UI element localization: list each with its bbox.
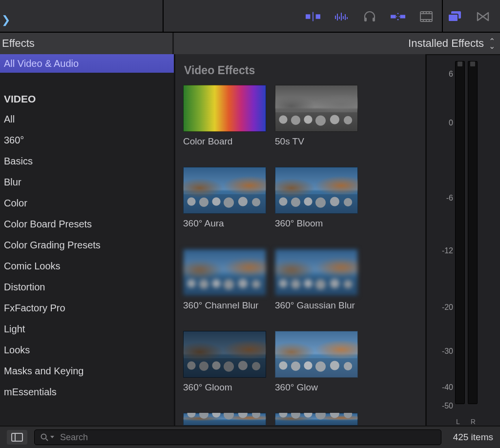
svg-rect-9 — [347, 17, 348, 19]
search-icon — [41, 433, 54, 441]
footer-bar: 425 items — [0, 426, 500, 448]
effect-thumbnail — [275, 413, 358, 426]
svg-rect-8 — [345, 14, 346, 20]
effect-tile[interactable]: 360° Bloom — [275, 167, 358, 241]
svg-rect-28 — [448, 14, 458, 21]
db-tick: -40 — [429, 383, 453, 392]
panel-title: Effects — [0, 33, 174, 54]
sidebar-item[interactable]: Basics — [0, 151, 174, 172]
audio-levels-icon[interactable] — [334, 9, 349, 24]
svg-rect-29 — [12, 433, 22, 441]
effect-thumbnail — [275, 167, 358, 214]
sidebar-group-video: VIDEO — [0, 89, 174, 109]
svg-point-17 — [399, 16, 400, 17]
sidebar-item[interactable]: Comic Looks — [0, 256, 174, 277]
svg-rect-6 — [341, 13, 342, 20]
svg-rect-3 — [335, 16, 336, 19]
sidebar-item[interactable]: Blur — [0, 172, 174, 193]
effect-label: 360° Gaussian Blur — [275, 300, 358, 323]
back-chevron-icon[interactable]: ❯ — [1, 15, 10, 25]
meter-label-left: L — [456, 418, 460, 426]
svg-rect-0 — [306, 14, 310, 19]
effect-thumbnail — [275, 249, 358, 296]
db-tick: -6 — [429, 194, 453, 203]
audio-meter-panel: 60-6-12-20-30-40-50-∞ L R — [425, 54, 500, 427]
db-tick: 0 — [429, 119, 453, 127]
svg-rect-11 — [373, 18, 375, 21]
effect-tile[interactable]: 360° Gloom — [183, 331, 266, 405]
effect-tile[interactable]: 360° Gaussian Blur — [275, 249, 358, 323]
effect-thumbnail — [183, 85, 266, 132]
effect-tile[interactable]: 50s TV — [275, 85, 358, 159]
db-tick: -20 — [429, 303, 453, 312]
toolbar-icon-group — [306, 7, 490, 26]
meter-bar-left — [455, 61, 465, 404]
db-tick: -30 — [429, 347, 453, 356]
panel-header: Effects Installed Effects ⌃⌄ — [0, 33, 500, 54]
svg-point-31 — [42, 434, 46, 439]
svg-rect-5 — [339, 17, 340, 19]
effect-tile[interactable]: Color Board — [183, 85, 266, 159]
enhance-icon[interactable] — [391, 9, 405, 24]
svg-point-16 — [396, 16, 397, 17]
effect-label: 360° Bloom — [275, 218, 358, 241]
effect-tile[interactable]: 360° Channel Blur — [183, 249, 266, 323]
layout-toggle-button[interactable] — [7, 430, 27, 445]
db-tick: -50 — [429, 402, 453, 410]
effect-tile[interactable] — [183, 413, 266, 426]
effect-thumbnail — [275, 85, 358, 132]
compare-icon[interactable] — [447, 9, 462, 24]
bowtie-icon[interactable] — [476, 9, 490, 24]
effect-tile[interactable]: 360° Glow — [275, 331, 358, 405]
meter-label-right: R — [471, 418, 476, 426]
svg-rect-10 — [364, 18, 367, 21]
filmstrip-icon[interactable] — [419, 9, 434, 24]
effect-tile[interactable]: 360° Aura — [183, 167, 266, 241]
top-toolbar: ❯ — [0, 0, 500, 33]
sidebar-item[interactable]: Light — [0, 319, 174, 340]
dropdown-label: Installed Effects — [408, 37, 484, 50]
effect-label: Color Board — [183, 136, 266, 159]
trim-left-right-icon[interactable] — [306, 9, 320, 24]
svg-line-32 — [46, 439, 48, 441]
svg-rect-1 — [312, 12, 313, 21]
svg-rect-13 — [400, 15, 405, 18]
svg-point-14 — [397, 13, 399, 15]
sidebar-item[interactable]: Looks — [0, 340, 174, 361]
sidebar-item[interactable]: Distortion — [0, 277, 174, 298]
sidebar-item[interactable]: FxFactory Pro — [0, 298, 174, 319]
effect-label: 360° Glow — [275, 382, 358, 405]
sidebar-item[interactable]: All — [0, 109, 174, 130]
installed-effects-dropdown[interactable]: Installed Effects ⌃⌄ — [174, 33, 500, 54]
effect-label: 360° Aura — [183, 218, 266, 241]
effect-label: 360° Gloom — [183, 382, 266, 405]
svg-rect-2 — [316, 14, 320, 19]
sidebar-item[interactable]: Color — [0, 193, 174, 214]
effect-thumbnail — [183, 331, 266, 378]
svg-rect-4 — [337, 14, 338, 20]
search-input[interactable] — [59, 432, 435, 443]
effect-thumbnail — [275, 331, 358, 378]
svg-rect-7 — [343, 16, 344, 19]
effect-thumbnail — [183, 167, 266, 214]
effect-tile[interactable] — [275, 413, 358, 426]
sidebar-item[interactable]: 360° — [0, 130, 174, 151]
db-tick: -12 — [429, 246, 453, 255]
effect-label: 50s TV — [275, 136, 358, 159]
item-count: 425 items — [453, 432, 493, 443]
sidebar-item[interactable]: mEssentials — [0, 382, 174, 403]
chevron-up-down-icon: ⌃⌄ — [489, 39, 495, 48]
meter-bar-right — [468, 61, 478, 404]
sidebar-item[interactable]: Color Grading Presets — [0, 235, 174, 256]
sidebar-item[interactable]: Masks and Keying — [0, 361, 174, 382]
sidebar-item[interactable]: Color Board Presets — [0, 214, 174, 235]
svg-rect-12 — [391, 15, 396, 18]
headphones-icon[interactable] — [362, 9, 377, 24]
section-title: Video Effects — [184, 64, 417, 77]
sidebar-item-all-video-audio[interactable]: All Video & Audio — [0, 54, 174, 73]
audio-meter-bars — [455, 61, 478, 404]
effects-content: Video Effects Color Board50s TV360° Aura… — [175, 54, 425, 427]
db-tick: 6 — [429, 70, 453, 79]
effect-label: 360° Channel Blur — [183, 300, 266, 323]
search-field[interactable] — [34, 429, 441, 445]
